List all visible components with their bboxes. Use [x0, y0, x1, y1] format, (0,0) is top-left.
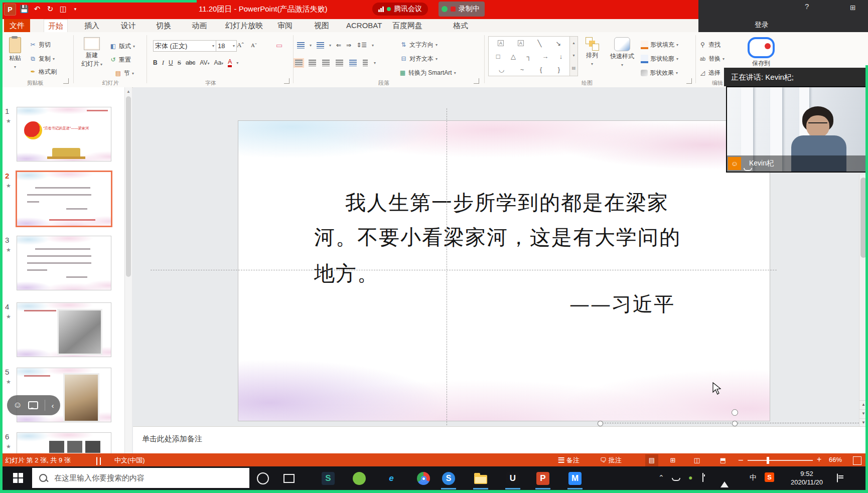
ribbon-tab-8[interactable]: 视图: [314, 19, 329, 32]
drawing-dialog-launcher[interactable]: [686, 78, 692, 84]
meeting-status-pill[interactable]: 腾讯会议: [372, 3, 428, 16]
paste-caret-icon[interactable]: ▾: [14, 65, 16, 69]
shrink-font-button[interactable]: Aˇ: [251, 41, 257, 50]
zoom-slider-track[interactable]: [748, 460, 813, 461]
ribbon-tab-1[interactable]: 开始: [44, 19, 68, 33]
zoom-slider-thumb[interactable]: [767, 457, 769, 464]
font-size-combo[interactable]: 18▾: [216, 40, 237, 52]
start-slideshow-icon[interactable]: ◫: [58, 4, 68, 14]
slideshow-view-button[interactable]: ⬒: [716, 454, 730, 466]
paragraph-dialog-launcher[interactable]: [474, 78, 479, 84]
layout-button[interactable]: ◧版式▾: [109, 42, 135, 51]
webcam-panel[interactable]: ☺ Kevin杞: [726, 86, 867, 173]
bold-button[interactable]: B: [153, 59, 158, 66]
shape-outline-button[interactable]: 形状轮廓▾: [641, 54, 678, 63]
cortana-icon[interactable]: [255, 470, 271, 486]
new-slide-button[interactable]: 新建 幻灯片 ▾: [78, 37, 106, 68]
slide-thumbnail-2[interactable]: [16, 171, 112, 227]
taskbar-app-360-browser[interactable]: [351, 470, 367, 486]
tab-file[interactable]: 文件: [4, 19, 30, 32]
reset-button[interactable]: ↺重置: [109, 55, 131, 64]
thumbnails-scrollbar[interactable]: ▲: [124, 87, 132, 453]
shapes-gallery-scroll[interactable]: ▴▾▤: [569, 36, 578, 76]
character-spacing-button[interactable]: AV▾: [200, 59, 209, 66]
slide-thumbnail-6[interactable]: [17, 432, 111, 453]
distribute-button[interactable]: [349, 60, 357, 66]
align-center-button[interactable]: [309, 60, 316, 66]
normal-view-button[interactable]: ▤: [645, 454, 658, 466]
slide-sorter-view-button[interactable]: ⊞: [666, 454, 679, 466]
zoom-in-button[interactable]: +: [817, 455, 821, 464]
paste-button[interactable]: 粘贴 ▾: [5, 37, 25, 70]
signin-button[interactable]: 登录: [755, 21, 769, 30]
comments-toggle[interactable]: 🗨 批注: [600, 456, 622, 465]
resize-handle[interactable]: [732, 421, 738, 426]
align-right-button[interactable]: [322, 60, 330, 66]
fit-to-window-button[interactable]: [853, 456, 861, 465]
arrange-button[interactable]: 排列▾: [581, 37, 603, 67]
cut-button[interactable]: ✂剪切: [29, 40, 51, 49]
bullets-button[interactable]: [297, 42, 305, 49]
taskbar-app-chrome[interactable]: [415, 470, 431, 486]
rotate-handle[interactable]: [732, 409, 738, 416]
text-direction-button[interactable]: ⇅文字方向▾: [400, 40, 438, 49]
meeting-floating-toolbar[interactable]: ☺ ‹: [7, 395, 60, 415]
quote-attribution[interactable]: ——习近平: [569, 290, 675, 318]
clipboard-dialog-launcher[interactable]: [63, 78, 69, 84]
scrollbar-up-icon[interactable]: ▲: [126, 89, 130, 94]
ribbon-tab-6[interactable]: 幻灯片放映: [225, 19, 263, 32]
thumbnails-scroll-thumb[interactable]: [126, 96, 131, 277]
horizontal-guide[interactable]: [151, 270, 777, 270]
align-text-button[interactable]: ⊟对齐文本▾: [400, 54, 438, 63]
underline-button[interactable]: U: [169, 59, 173, 66]
notes-toggle[interactable]: ☰ 备注: [558, 456, 580, 465]
shadow-strike-button[interactable]: S: [178, 59, 181, 67]
language-indicator[interactable]: 中文(中国): [114, 456, 145, 465]
justify-button[interactable]: [336, 60, 343, 66]
tray-expand-icon[interactable]: ⌃: [658, 473, 664, 481]
select-button[interactable]: ◿选择: [699, 68, 720, 77]
recording-pill[interactable]: 录制中: [439, 2, 485, 17]
quick-styles-button[interactable]: 快速样式▾: [606, 37, 638, 68]
ribbon-tab-4[interactable]: 切换: [156, 19, 171, 32]
spellcheck-icon[interactable]: [96, 457, 97, 465]
strikethrough-button[interactable]: abc: [186, 59, 195, 66]
copy-button[interactable]: ⧉复制▾: [29, 54, 55, 63]
ribbon-tab-10[interactable]: 百度网盘: [392, 19, 422, 32]
columns-button[interactable]: [363, 60, 368, 66]
shape-effects-button[interactable]: 形状效果▾: [641, 68, 678, 77]
resize-handle[interactable]: [598, 421, 603, 426]
ribbon-tab-11[interactable]: 格式: [453, 19, 468, 32]
section-button[interactable]: ▤节▾: [114, 69, 134, 78]
taskbar-app-sogou-browser[interactable]: S: [441, 470, 457, 486]
taskbar-app-sogou-pinyin-dark[interactable]: S: [320, 470, 336, 486]
help-icon[interactable]: ?: [805, 2, 809, 11]
find-button[interactable]: ⚲查找: [699, 40, 720, 49]
network-icon[interactable]: [720, 473, 729, 481]
font-name-combo[interactable]: 宋体 (正文)▾: [153, 40, 216, 52]
change-case-button[interactable]: Aa▾: [214, 59, 223, 66]
collapse-icon[interactable]: ‹: [51, 401, 54, 410]
vertical-guide[interactable]: [447, 108, 447, 425]
ribbon-tab-7[interactable]: 审阅: [277, 19, 293, 32]
layout-grid-icon[interactable]: ⊞: [850, 4, 856, 12]
align-left-button[interactable]: [295, 60, 303, 66]
numbering-button[interactable]: [317, 42, 324, 49]
redo-icon[interactable]: ↻: [45, 4, 55, 14]
task-view-icon[interactable]: [281, 470, 297, 486]
taskbar-app-powerpoint[interactable]: P: [535, 470, 551, 486]
line-spacing-button[interactable]: ⇕☰: [356, 42, 367, 49]
sogou-ime-icon[interactable]: S: [765, 472, 774, 482]
ime-language-icon[interactable]: 中: [750, 473, 757, 482]
save-icon[interactable]: 💾: [19, 4, 29, 14]
notes-placeholder[interactable]: 单击此处添加备注: [142, 434, 202, 444]
taskbar-app-reader-app[interactable]: U: [505, 470, 521, 486]
taskbar-app-tencent-meeting[interactable]: M: [567, 470, 583, 486]
undo-icon[interactable]: ↶: [32, 4, 42, 14]
grow-font-button[interactable]: Aˆ: [237, 41, 244, 50]
start-button[interactable]: [13, 473, 23, 483]
ribbon-tab-3[interactable]: 设计: [121, 19, 136, 32]
taskbar-app-internet-explorer[interactable]: e: [383, 470, 399, 486]
quote-line-3[interactable]: 地方。: [314, 260, 379, 287]
slide-thumbnail-3[interactable]: [17, 236, 111, 290]
